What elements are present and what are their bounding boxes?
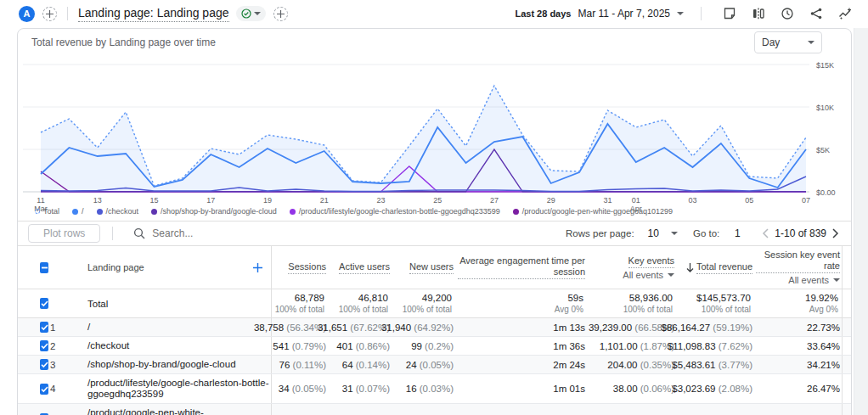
table-row[interactable]: 5 /product/google-pen-white-ggoegoaq1012… <box>18 404 851 415</box>
rate-cell: 22.73% <box>754 318 842 336</box>
new-users-cell: 24 (0.05%) <box>392 356 455 373</box>
select-all-checkbox[interactable] <box>40 262 48 273</box>
search-icon <box>133 227 145 239</box>
total-area-fill <box>41 86 806 192</box>
row-rank: 5 <box>48 404 72 415</box>
x-tick-label: 13 <box>93 196 102 205</box>
total-row-checkbox[interactable] <box>40 298 48 309</box>
revenue-cell: $5,483.61 (3.77%) <box>676 356 754 373</box>
date-range-value[interactable]: Mar 11 - Apr 7, 2025 <box>578 8 670 20</box>
divider <box>701 7 702 20</box>
column-header-engagement[interactable]: Average engagement time per session <box>455 252 587 283</box>
table-body: 1 / 38,758 (56.34%) 31,651 (67.62%) 31,9… <box>18 318 851 415</box>
check-icon <box>41 342 48 350</box>
x-tick-label: 19 <box>263 196 272 205</box>
legend-label: /shop/shop-by-brand/google-cloud <box>161 207 277 216</box>
next-page-button[interactable] <box>831 228 839 238</box>
goto-label: Go to: <box>693 228 719 238</box>
table-row[interactable]: 3 /shop/shop-by-brand/google-cloud 76 (0… <box>18 356 851 374</box>
plus-icon <box>277 10 285 18</box>
table-header-row: Landing page Sessions Active users New u… <box>18 246 851 289</box>
add-tab-button[interactable] <box>273 7 288 21</box>
share-icon[interactable] <box>805 3 827 25</box>
chevron-down-icon <box>833 278 840 282</box>
total-new-users: 49,200100% of total <box>392 289 455 317</box>
avatar[interactable]: A <box>19 6 35 22</box>
legend-item[interactable]: /product/google-pen-white-ggoegoaq101299 <box>513 207 673 216</box>
table-row[interactable]: 4 /product/lifestyle/google-charleston-b… <box>18 374 851 404</box>
row-checkbox[interactable] <box>40 340 48 351</box>
legend-label: /product/google-pen-white-ggoegoaq101299 <box>522 207 673 216</box>
granularity-value: Day <box>762 36 780 48</box>
sessions-cell: 76 (0.11%) <box>272 356 328 373</box>
total-revenue: $145,573.70100% of total <box>676 289 754 317</box>
column-header-active-users[interactable]: Active users <box>328 258 392 278</box>
legend-label: /checkout <box>106 207 139 216</box>
column-header-key-events[interactable]: Key events All events <box>587 252 676 283</box>
revenue-cell: $11,098.83 (7.62%) <box>676 337 754 355</box>
divider <box>112 227 113 240</box>
plot-rows-button[interactable]: Plot rows <box>28 224 100 243</box>
legend-item[interactable]: Total <box>35 207 59 216</box>
insights-icon[interactable] <box>834 3 856 25</box>
history-clock-icon[interactable] <box>776 3 798 25</box>
chevron-down-icon <box>668 273 674 277</box>
active-users-cell: 31 (0.07%) <box>328 374 392 403</box>
series-color-dot <box>35 209 40 214</box>
key-events-filter[interactable]: All events <box>623 270 674 280</box>
key-events-cell: 204.00 (0.35%) <box>587 356 676 373</box>
scrollbar-track[interactable] <box>854 28 868 415</box>
legend-item[interactable]: /shop/shop-by-brand/google-cloud <box>151 207 277 216</box>
active-users-cell: 90 (0.19%) <box>328 404 392 415</box>
legend-label: / <box>82 207 84 216</box>
chevron-left-icon <box>762 228 769 238</box>
new-users-cell: 99 (0.2%) <box>392 337 455 355</box>
date-range-label: Last 28 days <box>515 8 571 19</box>
note-icon[interactable] <box>719 3 741 25</box>
rows-per-page-select[interactable]: 10 <box>648 227 678 239</box>
row-rank: 1 <box>48 318 72 336</box>
legend-item[interactable]: /checkout <box>97 207 139 216</box>
new-users-cell: 16 (0.03%) <box>392 374 455 403</box>
revenue-time-series-chart: $15K$10K$5K$0.0011Mar1315171921232527293… <box>18 56 852 212</box>
x-tick-label: 01 <box>632 196 640 205</box>
previous-page-button[interactable] <box>762 228 769 238</box>
legend-item[interactable]: /product/lifestyle/google-charleston-bot… <box>290 207 500 216</box>
legend-item[interactable]: / <box>72 207 84 216</box>
y-tick-label: $0.00 <box>816 188 836 197</box>
x-tick-label: 05 <box>745 196 753 205</box>
row-checkbox[interactable] <box>40 322 48 333</box>
x-tick-label: 23 <box>376 196 385 205</box>
exploration-title[interactable]: Landing page: Landing page <box>78 6 229 22</box>
dimension-header[interactable]: Landing page <box>72 246 272 289</box>
rows-per-page-value: 10 <box>648 227 659 239</box>
column-header-session-key-event-rate[interactable]: Session key event rate All events <box>754 246 842 289</box>
granularity-select[interactable]: Day <box>754 31 822 53</box>
row-checkbox[interactable] <box>40 359 48 370</box>
revenue-cell: $86,164.27 (59.19%) <box>676 318 754 336</box>
chevron-down-icon[interactable] <box>677 12 684 15</box>
column-header-new-users[interactable]: New users <box>392 258 455 278</box>
table-row[interactable]: 1 / 38,758 (56.34%) 31,651 (67.62%) 31,9… <box>18 318 851 337</box>
x-tick-label: 15 <box>149 196 158 205</box>
sessions-cell: 117 (0.17%) <box>272 404 328 415</box>
add-dimension-icon[interactable] <box>253 263 262 272</box>
compare-icon[interactable] <box>747 3 769 25</box>
saved-status-badge[interactable] <box>236 6 266 21</box>
chevron-down-icon <box>254 12 261 15</box>
table-row[interactable]: 2 /checkout 541 (0.79%) 401 (0.86%) 99 (… <box>18 337 851 356</box>
total-engagement: 59sAvg 0% <box>455 289 587 317</box>
row-checkbox[interactable] <box>40 384 48 395</box>
chevron-right-icon <box>831 228 839 238</box>
rate-filter[interactable]: All events <box>788 275 840 285</box>
sessions-cell: 541 (0.79%) <box>272 337 328 355</box>
total-row-label: Total <box>72 289 272 317</box>
search-input[interactable] <box>152 227 305 239</box>
column-header-sessions[interactable]: Sessions <box>272 258 328 278</box>
landing-page-path: /product/lifestyle/google-charleston-bot… <box>87 374 271 403</box>
goto-page-input[interactable] <box>726 227 748 239</box>
column-header-total-revenue[interactable]: Total revenue <box>676 258 754 278</box>
revenue-cell: $2,380.26 (1.64%) <box>676 404 754 415</box>
add-analysis-button[interactable] <box>42 7 57 21</box>
series-color-dot <box>513 209 519 215</box>
